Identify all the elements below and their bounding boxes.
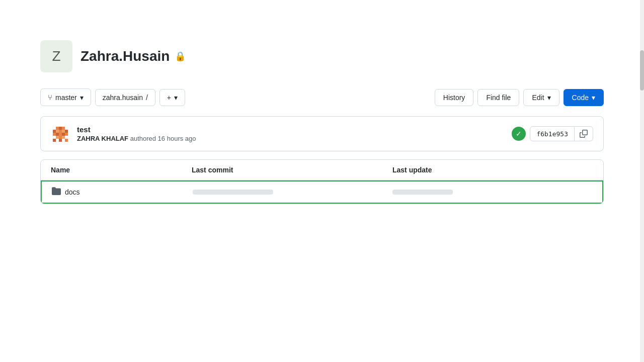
add-dropdown[interactable]: + ▾ [159, 89, 185, 106]
code-chevron-icon: ▾ [592, 94, 595, 102]
code-dropdown[interactable]: Code ▾ [564, 89, 604, 106]
svg-rect-1 [59, 127, 62, 130]
edit-chevron-icon: ▾ [547, 94, 551, 102]
find-file-button[interactable]: Find file [477, 89, 519, 106]
svg-rect-11 [62, 133, 65, 136]
path-breadcrumb: zahra.husain / [95, 89, 155, 106]
svg-rect-18 [65, 139, 68, 142]
file-table: Name Last commit Last update docs [40, 159, 604, 204]
branch-icon: ⑂ [48, 93, 52, 102]
col-name: Name [51, 166, 192, 174]
svg-rect-14 [59, 136, 62, 139]
svg-rect-17 [59, 139, 62, 142]
scrollbar-thumb[interactable] [640, 50, 644, 90]
svg-rect-8 [53, 133, 56, 136]
commit-author: ZAHRA KHALAF [77, 135, 128, 142]
ci-status-icon: ✓ [512, 127, 526, 141]
col-last-commit: Last commit [192, 166, 392, 174]
svg-rect-7 [65, 130, 68, 133]
svg-rect-4 [56, 130, 59, 133]
svg-rect-12 [65, 133, 68, 136]
svg-rect-6 [62, 130, 65, 133]
commit-panel: test ZAHRA KHALAF authored 16 hours ago … [40, 116, 604, 151]
svg-rect-13 [56, 136, 59, 139]
svg-rect-15 [62, 136, 65, 139]
last-commit-cell [193, 190, 392, 195]
folder-icon [52, 187, 61, 198]
repo-avatar: Z [40, 40, 72, 72]
commit-avatar [51, 125, 69, 143]
history-button[interactable]: History [435, 89, 474, 106]
svg-rect-9 [56, 133, 59, 136]
commit-info: test ZAHRA KHALAF authored 16 hours ago [77, 125, 504, 142]
col-last-update: Last update [392, 166, 593, 174]
svg-rect-0 [56, 127, 59, 130]
commit-hash-widget: f6b1e953 [530, 126, 593, 141]
svg-rect-5 [59, 130, 62, 133]
lock-icon: 🔒 [175, 51, 186, 62]
commit-actions: ✓ f6b1e953 [512, 126, 593, 141]
commit-meta: ZAHRA KHALAF authored 16 hours ago [77, 135, 504, 142]
file-name-cell: docs [52, 187, 193, 198]
repo-header: Z Zahra.Husain 🔒 [40, 40, 604, 72]
commit-hash[interactable]: f6b1e953 [530, 127, 575, 141]
svg-rect-10 [59, 133, 62, 136]
scrollbar[interactable] [640, 0, 644, 362]
last-update-loading [392, 190, 453, 195]
svg-rect-3 [53, 130, 56, 133]
branch-dropdown[interactable]: ⑂ master ▾ [40, 88, 91, 106]
branch-chevron-icon: ▾ [80, 94, 84, 102]
toolbar: ⑂ master ▾ zahra.husain / + ▾ History Fi… [40, 88, 604, 106]
edit-dropdown[interactable]: Edit ▾ [523, 89, 559, 106]
copy-hash-button[interactable] [575, 127, 593, 141]
table-row[interactable]: docs [41, 180, 603, 204]
commit-message: test [77, 125, 504, 134]
svg-rect-16 [53, 139, 56, 142]
commit-time: authored 16 hours ago [130, 135, 196, 142]
file-name: docs [65, 188, 80, 196]
svg-rect-2 [62, 127, 65, 130]
last-commit-loading [193, 190, 273, 195]
last-update-cell [392, 190, 592, 195]
file-table-header: Name Last commit Last update [41, 160, 603, 180]
repo-title: Zahra.Husain 🔒 [80, 48, 186, 64]
